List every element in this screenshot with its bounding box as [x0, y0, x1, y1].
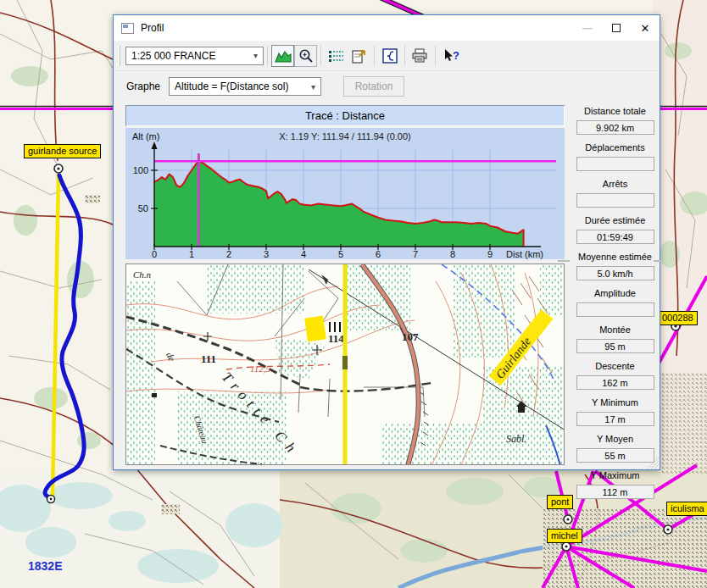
toolbar-separator — [374, 46, 375, 65]
svg-text:Ch.n: Ch.n — [133, 269, 152, 280]
waypoint-label-iculisma[interactable]: iculisma — [666, 502, 707, 516]
position-marker — [342, 356, 348, 369]
svg-text:3: 3 — [264, 249, 269, 259]
svg-text:7: 7 — [413, 249, 418, 259]
elevation-area — [154, 161, 524, 247]
chart-plot-area[interactable]: X: 1.19 Y: 111.94 / 111.94 (0.00) 012345… — [125, 128, 565, 259]
profile-graph-button[interactable] — [271, 45, 294, 67]
svg-text:5: 5 — [338, 249, 343, 259]
toolbar-separator — [320, 46, 321, 65]
map-scale-value: 1:25 000 FRANCE — [131, 50, 215, 62]
close-button[interactable]: ✕ — [631, 15, 660, 41]
track-shape-button[interactable] — [378, 45, 401, 67]
print-icon — [412, 48, 428, 63]
graph-type-select[interactable]: Altitude = F(Distance sol) ▾ — [169, 77, 321, 96]
stat-label: Montée — [569, 325, 661, 336]
print-button[interactable] — [409, 45, 431, 67]
stat-value: 17 m — [576, 412, 654, 426]
crosshair-readout: X: 1.19 Y: 111.94 / 111.94 (0.00) — [125, 131, 565, 141]
stat-label: Amplitude — [569, 288, 661, 300]
stat-label: Déplacements — [569, 142, 661, 154]
svg-text:Dist (km): Dist (km) — [506, 249, 543, 259]
svg-text:111: 111 — [201, 352, 216, 365]
waypoint-label-000288[interactable]: 000288 — [658, 311, 698, 325]
stat-value: 95 m — [576, 339, 654, 353]
elevation-profile-svg[interactable]: 012345678950100Dist (km)Alt (m) — [125, 128, 565, 259]
resize-grip[interactable] — [647, 457, 659, 469]
zoom-button[interactable] — [294, 45, 317, 67]
svg-text:Sabl.: Sabl. — [506, 433, 526, 445]
svg-text:100: 100 — [133, 165, 148, 175]
chart-title: Tracé : Distance — [305, 109, 385, 122]
stat-label: Moyenne estimée — [569, 252, 661, 263]
context-help-icon: ? — [443, 48, 459, 64]
context-help-button[interactable]: ? — [439, 45, 462, 67]
profil-dialog: Profil — ✕ 1:25 000 FRANCE ▾ — [113, 14, 660, 470]
stat-value: 5.0 km/h — [576, 266, 654, 280]
profile-graph-icon — [275, 48, 292, 64]
maximize-icon — [612, 24, 621, 32]
svg-text:50: 50 — [138, 203, 148, 214]
toolbar-grip[interactable] — [118, 46, 120, 66]
stat-value: 162 m — [576, 375, 654, 390]
elevation-chart-panel: Tracé : Distance X: 1.19 Y: 111.94 / 111… — [125, 105, 565, 259]
properties-button[interactable] — [348, 45, 370, 67]
point-list-icon — [329, 49, 344, 63]
stat-value: 55 m — [576, 448, 654, 463]
stat-label: Y Maximum — [569, 470, 661, 482]
waypoint-guirlande-source — [54, 164, 63, 173]
svg-text:114: 114 — [328, 332, 344, 345]
waypoint-michel — [562, 542, 571, 551]
minimize-button[interactable]: — — [573, 15, 602, 41]
panel-splitter[interactable] — [558, 260, 570, 262]
stat-value — [576, 157, 654, 171]
map-sheet-number: 1832E — [28, 559, 62, 573]
waypoint-label-guirlande-source[interactable]: guirlande source — [24, 144, 101, 158]
stat-value: 01:59:49 — [576, 230, 654, 244]
dialog-toolbar: 1:25 000 FRANCE ▾ — [114, 41, 660, 71]
svg-text:107: 107 — [402, 330, 419, 343]
stat-label: Arrêts — [569, 179, 661, 191]
stat-label: Y Moyen — [569, 434, 661, 446]
svg-text:4: 4 — [301, 249, 306, 259]
stat-label: Distance totale — [569, 106, 661, 118]
properties-icon — [352, 48, 367, 64]
graph-type-value: Altitude = F(Distance sol) — [175, 80, 288, 92]
waypoint-iculisma — [664, 525, 672, 534]
toolbar-separator — [404, 46, 405, 65]
dialog-titlebar[interactable]: Profil — ✕ — [114, 15, 660, 41]
svg-text:2: 2 — [226, 249, 231, 259]
zoom-icon — [298, 48, 314, 64]
dialog-title: Profil — [141, 22, 164, 34]
waypoint-pont — [564, 515, 572, 524]
graphe-row: Graphe Altitude = F(Distance sol) ▾ Rota… — [114, 71, 660, 102]
track-shape-icon — [382, 48, 398, 64]
waypoint-label-michel[interactable]: michel — [547, 529, 582, 543]
maximize-button[interactable] — [602, 15, 631, 41]
waypoint-track-end — [47, 496, 55, 503]
toolbar-separator — [267, 46, 268, 65]
toolbar-separator — [435, 46, 436, 65]
svg-text:6: 6 — [376, 249, 381, 259]
app-icon — [121, 23, 134, 34]
stat-value: 9.902 km — [576, 120, 654, 135]
stat-label: Durée estimée — [569, 215, 661, 227]
profile-position-map[interactable]: Guirlande Ch.n de 111 114 107 112,5 Trot… — [125, 263, 565, 465]
stat-label: Y Minimum — [569, 397, 661, 409]
rotation-button[interactable]: Rotation — [343, 76, 404, 97]
stat-label: Descente — [569, 361, 661, 373]
chevron-down-icon: ▾ — [311, 82, 315, 92]
svg-text:9: 9 — [487, 249, 493, 259]
svg-text:0: 0 — [152, 249, 157, 259]
svg-text:?: ? — [453, 49, 459, 62]
graphe-label: Graphe — [126, 80, 160, 92]
stat-value — [576, 193, 654, 208]
statistics-sidebar: Distance totale9.902 km Déplacements Arr… — [569, 103, 661, 503]
chart-title-bar[interactable]: Tracé : Distance — [125, 105, 565, 126]
chevron-down-icon: ▾ — [253, 51, 258, 60]
map-scale-select[interactable]: 1:25 000 FRANCE ▾ — [125, 47, 264, 65]
svg-text:1: 1 — [189, 249, 194, 259]
svg-text:8: 8 — [450, 249, 455, 259]
stat-value: 112 m — [576, 485, 654, 499]
point-list-button[interactable] — [325, 45, 348, 67]
